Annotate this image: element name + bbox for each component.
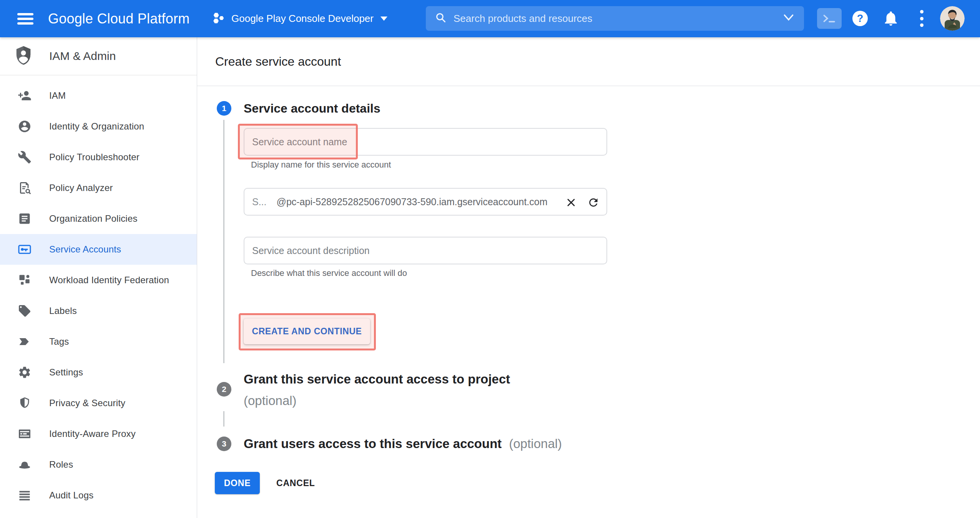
sidebar-item-labels[interactable]: Labels: [0, 296, 197, 326]
service-account-id-domain: @pc-api-5289252825067090733-590.iam.gser…: [277, 196, 548, 208]
sidebar-title: IAM & Admin: [49, 50, 116, 63]
label-tag-icon: [18, 304, 32, 318]
sidebar-nav: IAM Identity & Organization Policy Troub…: [0, 75, 197, 511]
app-header: Google Cloud Platform Google Play Consol…: [0, 0, 980, 37]
workload-blocks-icon: [18, 273, 32, 287]
step-3-badge: 3: [217, 437, 231, 451]
sidebar: IAM & Admin IAM Identity & Organization: [0, 37, 197, 518]
sidebar-item-label: Privacy & Security: [49, 398, 125, 408]
sidebar-item-policy-troubleshooter[interactable]: Policy Troubleshooter: [0, 142, 197, 173]
create-and-continue-button[interactable]: CREATE AND CONTINUE: [244, 319, 370, 344]
sidebar-item-label: Policy Analyzer: [49, 183, 113, 193]
sidebar-item-settings[interactable]: Settings: [0, 357, 197, 388]
app-logo: Google Cloud Platform: [48, 0, 189, 37]
article-icon: [18, 212, 32, 226]
step-3-number: 3: [222, 439, 226, 448]
person-add-icon: [18, 89, 32, 103]
sidebar-item-label: Roles: [49, 459, 73, 470]
list-lines-icon: [18, 488, 32, 502]
cancel-button[interactable]: CANCEL: [276, 472, 315, 494]
sidebar-item-label: Settings: [49, 367, 83, 378]
sidebar-header: IAM & Admin: [0, 37, 197, 75]
refresh-icon[interactable]: [587, 196, 600, 209]
description-helper-text: Describe what this service account will …: [251, 268, 407, 278]
sidebar-item-label: Policy Troubleshooter: [49, 152, 140, 163]
gear-icon: [18, 365, 32, 379]
sidebar-item-label: Workload Identity Federation: [49, 275, 169, 286]
done-button[interactable]: DONE: [215, 472, 260, 494]
name-helper-text: Display name for this service account: [251, 160, 391, 170]
tag-ribbon-icon: [18, 335, 32, 349]
project-hexagons-icon: [212, 12, 225, 26]
shield-icon: [18, 396, 32, 410]
sidebar-item-service-accounts[interactable]: Service Accounts: [0, 234, 197, 265]
sidebar-item-iam[interactable]: IAM: [0, 80, 197, 111]
step-2-optional: (optional): [244, 393, 297, 409]
hamburger-menu-icon[interactable]: [17, 13, 33, 25]
account-circle-icon: [18, 120, 32, 133]
iam-admin-shield-icon: [15, 45, 32, 67]
step-3-optional: (optional): [509, 437, 562, 451]
document-search-icon: [18, 181, 32, 195]
cloud-shell-icon[interactable]: [817, 8, 842, 29]
gcp-console: Google Cloud Platform Google Play Consol…: [0, 0, 980, 518]
service-account-id-placeholder: S...: [252, 196, 267, 208]
sidebar-item-label: Audit Logs: [49, 490, 93, 501]
hat-icon: [18, 458, 32, 472]
sidebar-item-privacy-security[interactable]: Privacy & Security: [0, 388, 197, 418]
help-icon[interactable]: ?: [852, 11, 868, 26]
page-header: Create service account: [197, 37, 980, 86]
service-account-description-field-wrap: [244, 237, 607, 264]
clear-x-icon[interactable]: [565, 196, 577, 209]
step-1-number: 1: [222, 104, 226, 113]
sidebar-item-label: Labels: [49, 305, 77, 316]
help-glyph: ?: [857, 13, 864, 25]
wrench-icon: [18, 150, 32, 164]
step-2-number: 2: [222, 385, 226, 394]
step-1-badge: 1: [217, 101, 231, 116]
step-3-title: Grant users access to this service accou…: [244, 436, 562, 452]
sidebar-item-identity-aware-proxy[interactable]: Identity-Aware Proxy: [0, 418, 197, 449]
sidebar-item-workload-identity-federation[interactable]: Workload Identity Federation: [0, 265, 197, 296]
search-input[interactable]: [453, 13, 782, 25]
service-account-key-icon: [18, 242, 32, 256]
sidebar-item-label: Organization Policies: [49, 213, 138, 224]
sidebar-item-label: Identity-Aware Proxy: [49, 428, 136, 439]
search-expand-chevron-down-icon[interactable]: [782, 13, 795, 23]
project-selector[interactable]: Google Play Console Developer: [212, 0, 387, 37]
sidebar-item-label: Identity & Organization: [49, 121, 144, 132]
step-2-title: Grant this service account access to pro…: [244, 371, 510, 387]
search-icon: [435, 12, 447, 25]
sidebar-item-audit-logs[interactable]: Audit Logs: [0, 480, 197, 511]
proxy-grid-icon: [18, 427, 32, 441]
service-account-name-field-wrap: [244, 128, 607, 156]
sidebar-item-identity-organization[interactable]: Identity & Organization: [0, 111, 197, 142]
service-account-description-input[interactable]: [244, 237, 606, 264]
service-account-name-input[interactable]: [244, 129, 606, 155]
project-caret-down-icon: [380, 17, 387, 21]
sidebar-item-roles[interactable]: Roles: [0, 449, 197, 480]
page-title: Create service account: [197, 55, 341, 69]
sidebar-item-policy-analyzer[interactable]: Policy Analyzer: [0, 173, 197, 203]
sidebar-item-organization-policies[interactable]: Organization Policies: [0, 203, 197, 234]
sidebar-item-label: IAM: [49, 90, 66, 101]
notifications-bell-icon[interactable]: [882, 10, 899, 27]
project-name: Google Play Console Developer: [231, 13, 374, 25]
more-vertical-icon[interactable]: [919, 10, 924, 27]
stepper-connector-line: [223, 411, 224, 427]
sidebar-item-label: Tags: [49, 336, 69, 347]
service-account-id-field[interactable]: S... @pc-api-5289252825067090733-590.iam…: [244, 188, 607, 216]
user-avatar[interactable]: [940, 6, 965, 31]
step-3-title-text: Grant users access to this service accou…: [244, 437, 502, 451]
stepper-line: [223, 120, 224, 363]
step-1-title: Service account details: [244, 100, 380, 116]
step-2-badge: 2: [217, 382, 231, 397]
sidebar-item-label: Service Accounts: [49, 244, 121, 255]
sidebar-item-tags[interactable]: Tags: [0, 326, 197, 357]
search-bar: [426, 6, 804, 31]
